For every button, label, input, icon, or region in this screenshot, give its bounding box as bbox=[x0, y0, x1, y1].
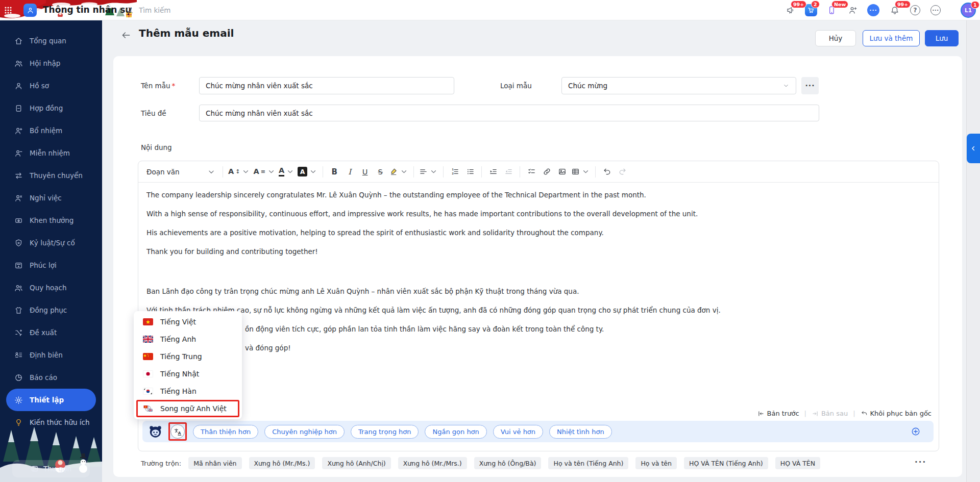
language-item-song-ngu-anh-viet[interactable]: Song ngữ Anh Việt bbox=[136, 400, 239, 417]
line-height-button[interactable]: A≡ bbox=[252, 164, 277, 180]
right-panel-toggle-tab[interactable] bbox=[967, 134, 980, 163]
sidebar-item-de-xuat[interactable]: Đề xuất bbox=[6, 321, 96, 344]
outdent-button[interactable] bbox=[501, 164, 516, 180]
chat-icon[interactable]: ··· bbox=[867, 4, 880, 17]
hr-app-logo-icon[interactable] bbox=[23, 4, 37, 17]
merge-field-xung-ho-ong-ba[interactable]: Xưng hô (Ông/Bà) bbox=[474, 457, 542, 469]
sidebar-item-thiet-lap[interactable]: Thiết lập bbox=[6, 389, 96, 411]
insert-table-button[interactable] bbox=[570, 164, 592, 180]
merge-field-xung-ho-mr-mrs[interactable]: Xưng hô (Mr./Mrs.) bbox=[398, 457, 467, 469]
restore-original-button[interactable]: Khôi phục bản gốc bbox=[861, 410, 932, 417]
ai-assistant-panda-icon[interactable] bbox=[149, 425, 162, 439]
background-color-button[interactable]: A bbox=[296, 164, 319, 180]
merge-fields-more-button[interactable]: ··· bbox=[915, 458, 926, 467]
merge-field-ho-va-ten-caps[interactable]: HỌ VÀ TÊN bbox=[775, 457, 820, 469]
suggestion-pill-than-thien[interactable]: Thân thiện hơn bbox=[193, 425, 258, 439]
subject-input[interactable] bbox=[199, 105, 819, 121]
language-item-tieng-viet[interactable]: Tiếng Việt bbox=[134, 313, 242, 331]
indent-button[interactable] bbox=[485, 164, 501, 180]
underline-button[interactable]: U bbox=[357, 164, 373, 180]
toolbar-separator bbox=[413, 166, 414, 177]
sidebar-item-tong-quan[interactable]: Tổng quan bbox=[6, 30, 96, 52]
italic-button[interactable]: I bbox=[342, 164, 357, 180]
notifications-bell-icon[interactable]: 99+ bbox=[888, 4, 901, 17]
suggestion-pill-vui-ve[interactable]: Vui vẻ hơn bbox=[493, 425, 543, 439]
search-input[interactable] bbox=[139, 6, 241, 14]
language-item-tieng-han[interactable]: Tiếng Hàn bbox=[134, 383, 242, 400]
sidebar-item-bao-cao[interactable]: Báo cáo bbox=[6, 366, 96, 389]
paragraph-style-select[interactable]: Đoạn văn bbox=[143, 164, 219, 180]
save-button[interactable]: Lưu bbox=[925, 30, 959, 46]
suggestion-pill-chuyen-nghiep[interactable]: Chuyên nghiệp hơn bbox=[264, 425, 345, 439]
reward-icon bbox=[14, 216, 23, 225]
sidebar-item-mien-nhiem[interactable]: Miễn nhiệm bbox=[6, 142, 96, 164]
template-type-select[interactable]: Chúc mừng bbox=[561, 77, 796, 94]
sidebar-item-hoi-nhap[interactable]: Hội nhập bbox=[6, 52, 96, 74]
bold-button[interactable]: B bbox=[327, 164, 342, 180]
announcements-icon[interactable]: 99+ bbox=[784, 4, 797, 17]
mobile-app-icon[interactable]: New bbox=[825, 4, 838, 17]
undo-button[interactable] bbox=[599, 164, 615, 180]
next-version-button[interactable]: Bản sau bbox=[812, 410, 848, 417]
sidebar-item-quy-hoach[interactable]: Quy hoạch bbox=[6, 276, 96, 299]
sidebar-item-thuyen-chuyen[interactable]: Thuyên chuyển bbox=[6, 164, 96, 187]
app-title: Thông tin nhân sự bbox=[43, 5, 131, 15]
strikethrough-button[interactable]: S bbox=[373, 164, 388, 180]
merge-field-ho-va-ten-caps-en[interactable]: HỌ VÀ TÊN (Tiếng Anh) bbox=[684, 457, 768, 469]
sidebar-item-kien-thuc[interactable]: Kiến thức hữu ích bbox=[6, 411, 96, 434]
editor-content[interactable]: The company leadership sincerely congrat… bbox=[138, 183, 939, 412]
sidebar-item-ho-so[interactable]: Hồ sơ bbox=[6, 74, 96, 97]
suggestion-pill-ngan-gon[interactable]: Ngắn gọn hơn bbox=[425, 425, 486, 439]
back-button[interactable] bbox=[119, 29, 133, 42]
resignation-icon bbox=[14, 194, 23, 202]
sidebar-item-bo-nhiem[interactable]: Bổ nhiệm bbox=[6, 119, 96, 142]
merge-field-xung-ho-mr-ms[interactable]: Xưng hô (Mr./Ms.) bbox=[249, 457, 315, 469]
sidebar-item-dinh-bien[interactable]: Định biên bbox=[6, 344, 96, 366]
bullet-list-button[interactable] bbox=[462, 164, 478, 180]
dismissal-icon bbox=[14, 149, 23, 158]
translate-language-button[interactable] bbox=[170, 424, 185, 439]
app-grid-icon[interactable] bbox=[4, 6, 12, 14]
help-icon[interactable]: ? bbox=[909, 4, 922, 17]
text-color-button[interactable]: A bbox=[277, 164, 296, 180]
save-and-add-button[interactable]: Lưu và thêm bbox=[863, 30, 920, 46]
add-suggestion-icon[interactable] bbox=[911, 427, 920, 436]
suggestion-pill-nhiet-tinh[interactable]: Nhiệt tình hơn bbox=[549, 425, 612, 439]
cancel-button[interactable]: Hủy bbox=[815, 30, 856, 46]
japan-flag-icon bbox=[143, 370, 153, 377]
user-avatar[interactable]: L1 1 bbox=[961, 3, 976, 18]
more-options-icon[interactable]: ··· bbox=[929, 4, 942, 17]
insert-link-button[interactable] bbox=[539, 164, 554, 180]
highlight-button[interactable] bbox=[388, 164, 410, 180]
merge-field-ho-va-ten[interactable]: Họ và tên bbox=[635, 457, 677, 469]
sidebar-collapse-button[interactable]: Thu gọn bbox=[12, 460, 90, 477]
template-type-more-button[interactable]: ··· bbox=[801, 77, 819, 94]
font-size-button[interactable]: A↕ bbox=[227, 164, 252, 180]
redo-button[interactable] bbox=[615, 164, 630, 180]
insert-image-button[interactable] bbox=[554, 164, 570, 180]
language-item-tieng-anh[interactable]: Tiếng Anh bbox=[134, 331, 242, 348]
template-name-input[interactable] bbox=[199, 77, 454, 94]
sidebar-item-khen-thuong[interactable]: Khen thưởng bbox=[6, 209, 96, 232]
invite-user-icon[interactable] bbox=[846, 4, 860, 17]
contract-icon bbox=[14, 104, 23, 113]
language-item-tieng-nhat[interactable]: Tiếng Nhật bbox=[134, 365, 242, 383]
align-button[interactable] bbox=[418, 164, 439, 180]
language-item-tieng-trung[interactable]: Tiếng Trung bbox=[134, 348, 242, 365]
merge-field-ho-va-ten-en[interactable]: Họ và tên (Tiếng Anh) bbox=[548, 457, 628, 469]
ordered-list-button[interactable] bbox=[447, 164, 462, 180]
global-search[interactable] bbox=[126, 3, 258, 17]
sidebar-item-nghi-viec[interactable]: Nghỉ việc bbox=[6, 187, 96, 209]
merge-field-ma-nhan-vien[interactable]: Mã nhân viên bbox=[188, 457, 241, 469]
marketplace-cart-icon[interactable]: 2 bbox=[804, 4, 818, 17]
sidebar-item-phuc-loi[interactable]: Phúc lợi bbox=[6, 254, 96, 276]
merge-field-xung-ho-anh-chi[interactable]: Xưng hô (Anh/Chị) bbox=[322, 457, 390, 469]
sidebar-item-hop-dong[interactable]: Hợp đồng bbox=[6, 97, 96, 119]
sidebar-item-ky-luat[interactable]: Kỷ luật/Sự cố bbox=[6, 232, 96, 254]
previous-version-button[interactable]: Bản trước bbox=[757, 410, 799, 417]
settings-gear-icon bbox=[14, 396, 23, 404]
suggestion-pill-trang-trong[interactable]: Trang trọng hơn bbox=[351, 425, 419, 439]
checklist-button[interactable] bbox=[524, 164, 539, 180]
sidebar-item-dong-phuc[interactable]: Đồng phục bbox=[6, 299, 96, 321]
required-asterisk: * bbox=[172, 82, 175, 90]
